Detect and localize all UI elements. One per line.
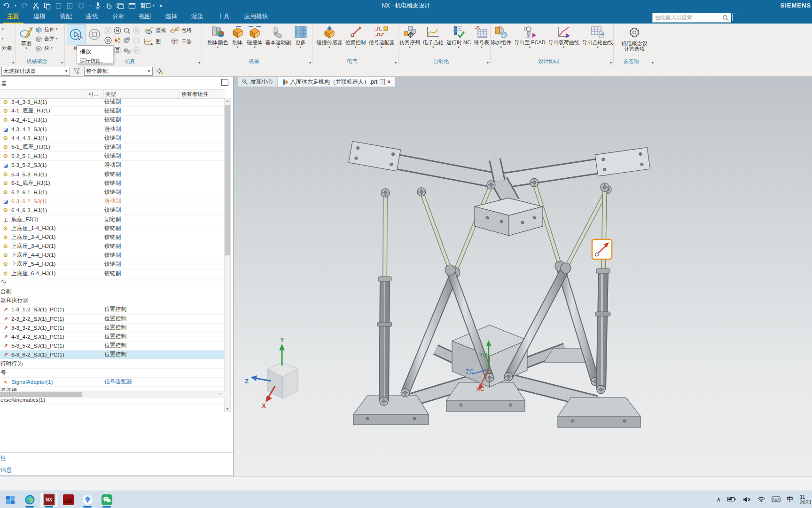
collision-body-button[interactable]: 碰撞体▼ (246, 24, 264, 50)
tree-row[interactable]: 6-3_6-2_SJ(1)滑动副 (0, 197, 225, 206)
electronic-cam-button[interactable]: 电子凸轮▼ (422, 24, 445, 50)
search-extra-icon[interactable] (732, 14, 737, 21)
horizontal-scrollbar[interactable]: › (0, 391, 225, 398)
paste-icon[interactable] (55, 2, 62, 9)
tree-row[interactable]: 上底座_1-4_HJ(1)铰链副 (0, 224, 225, 233)
section-information-fragment[interactable]: 信息 (0, 466, 12, 474)
tree-row[interactable]: 3-4_3-3_HJ(1)铰链副 (0, 98, 225, 107)
ribbon-tab-选择[interactable]: 选择 (161, 10, 181, 24)
ribbon-tab-视图[interactable]: 视图 (134, 10, 155, 24)
collision-sensor-button[interactable]: 碰撞传感器▼ (315, 24, 344, 50)
tree-row[interactable]: SignalAdapter(1)信号适配器 (0, 378, 225, 387)
pause-icon[interactable] (104, 37, 112, 44)
scroll-up-icon[interactable]: ▲ (225, 99, 230, 103)
touch-keyboard-icon[interactable] (772, 496, 781, 502)
tree-row[interactable]: 5-3_5-2_SJ(1)滑动副 (0, 161, 225, 170)
signal-adapter-button[interactable]: 信号适配器▼ (367, 24, 396, 50)
group-dialog-icon[interactable]: ▾ (12, 61, 14, 65)
horizontal-scroll-thumb[interactable] (0, 392, 82, 397)
interference-button[interactable]: 干涉 (170, 36, 192, 47)
hidden-icons-chevron[interactable]: ∧ (716, 496, 721, 503)
tree-row[interactable]: 号 (0, 369, 225, 378)
snapshot-disabled-icon[interactable] (133, 37, 140, 44)
tree-row[interactable]: 行时行为 (0, 359, 225, 368)
group-dropdown-icon[interactable]: ▾ (652, 61, 654, 65)
record-icon[interactable] (133, 27, 140, 34)
tree-row[interactable]: 上底座_5-4_HJ(1)铰链副 (0, 260, 225, 269)
basic-joint-button[interactable]: 基本运动副▼ (264, 24, 293, 50)
tab-active-document[interactable]: 八面体六足机构（并联机器人）.prt × (278, 77, 395, 87)
ribbon-tab-曲线[interactable]: 曲线 (82, 10, 102, 24)
tree-row[interactable]: 6-3_6-2_SJ(1)_PC(1)位置控制 (0, 350, 225, 359)
tree-row[interactable]: 5-1_底座_HJ(1)铰链副 (0, 143, 225, 152)
group-dropdown-icon[interactable]: ▾ (309, 61, 311, 65)
selection-scope-combo[interactable]: 整个装配▼ (84, 67, 153, 76)
tree-row[interactable]: 器和执行器 (0, 296, 225, 305)
undo-icon[interactable] (3, 2, 10, 9)
runtime-nc-button[interactable]: 运行时 NC▼ (445, 24, 472, 50)
tree-row[interactable]: 底座_FJ(1)固定副 (0, 215, 225, 224)
copy-icon[interactable] (44, 2, 51, 9)
block-button[interactable]: 块▾ (35, 43, 58, 53)
sketch-button[interactable]: 草图▼ (18, 24, 35, 53)
symbol-table-button[interactable]: 符号表▼ (472, 24, 491, 50)
tree-row[interactable]: 4-1_底座_HJ(1)铰链副 (0, 107, 225, 116)
paste-special-icon[interactable] (66, 2, 73, 9)
dropdown-icon[interactable]: ▾ (2, 27, 4, 31)
simulation-sequence-button[interactable]: 仿真序列▼ (398, 24, 422, 50)
play-button[interactable] (67, 24, 86, 45)
tree-row[interactable]: 4-3_4-2_SJ(1)滑动副 (0, 125, 225, 134)
start-button[interactable] (1, 492, 19, 507)
group-dropdown-icon[interactable]: ▾ (487, 61, 489, 65)
tree-row[interactable]: 2-3_2-2_SJ(1)_PC(1)位置控制 (0, 315, 225, 324)
scroll-down-icon[interactable]: ▼ (225, 407, 230, 411)
group-dropdown-icon[interactable]: ▾ (610, 61, 612, 65)
undo-dropdown-icon[interactable]: ▾ (15, 4, 16, 8)
tree-row[interactable]: 4-2_4-1_HJ(1)铰链副 (0, 116, 225, 125)
tab-discovery-center[interactable]: 发现中心 (237, 77, 278, 87)
window-menu[interactable]: 窗口▾ (140, 2, 155, 10)
ribbon-tab-应用模块[interactable]: 应用模块 (240, 10, 273, 24)
window-icon[interactable] (128, 3, 136, 9)
rewind-icon[interactable] (104, 27, 112, 34)
mcd-preferences-button[interactable]: 机电概念设计首选项 (620, 24, 649, 53)
play-events-icon[interactable] (114, 37, 121, 44)
window-layout-icon[interactable] (117, 2, 124, 9)
snap-point-icon[interactable] (156, 67, 164, 75)
dropdown-icon[interactable]: ▾ (2, 37, 4, 40)
vertical-scrollbar[interactable]: ▲ ▼ (224, 98, 231, 412)
wifi-icon[interactable] (757, 496, 765, 502)
cut-icon[interactable] (32, 2, 39, 9)
position-control-button[interactable]: 位置控制▼ (344, 24, 367, 50)
graphics-viewport[interactable]: YC ZC XC Y Z X (234, 77, 812, 476)
navigator-column-headers[interactable]: 可... 类型 所有者组件 (0, 89, 225, 99)
ime-indicator[interactable]: 中 (787, 495, 794, 504)
extrude-button[interactable]: 拉伸▾ (35, 24, 58, 34)
tree-row[interactable]: 6-4_6-3_HJ(1)铰链副 (0, 206, 225, 215)
add-component-button[interactable]: 添加组件▼ (489, 24, 513, 50)
tree-row[interactable]: 4-4_4-3_HJ(1)铰链副 (0, 134, 225, 143)
tree-row[interactable]: 3-3_3-2_SJ(1)_PC(1)位置控制 (0, 324, 225, 333)
tree-row[interactable]: 6-2_6-1_HJ(1)铰链副 (0, 188, 225, 197)
taskbar-wechat[interactable] (98, 492, 116, 507)
ribbon-tab-分析[interactable]: 分析 (108, 10, 129, 24)
filter-funnel-icon[interactable] (73, 67, 81, 75)
taskbar-diamond-app[interactable] (78, 492, 96, 507)
repeat-command-icon[interactable] (78, 2, 85, 9)
unite-button[interactable]: 合并▾ (35, 34, 58, 43)
ribbon-tab-装配[interactable]: 装配 (55, 10, 76, 24)
touch-mode-icon[interactable] (105, 2, 112, 9)
repeat-dropdown-icon[interactable]: ▾ (89, 4, 91, 8)
taskbar-nx-active[interactable]: NX (40, 492, 58, 507)
tree-row[interactable]: 5-4_5-3_HJ(1)铰链副 (0, 170, 225, 179)
export-ecad-button[interactable]: 导出至 ECAD▼ (513, 24, 547, 50)
stop-button[interactable] (86, 24, 103, 44)
ribbon-tab-工具[interactable]: 工具 (213, 10, 234, 24)
taskbar-edge[interactable] (21, 492, 39, 507)
redo-icon[interactable] (21, 2, 28, 9)
more-mechanical-button[interactable]: 更多▼ (293, 24, 309, 50)
ribbon-tab-建模[interactable]: 建模 (29, 10, 50, 24)
tree-row[interactable]: 斗 (0, 278, 225, 287)
group-dropdown-icon[interactable]: ▾ (198, 61, 200, 65)
tree-row[interactable]: 合副 (0, 287, 225, 296)
